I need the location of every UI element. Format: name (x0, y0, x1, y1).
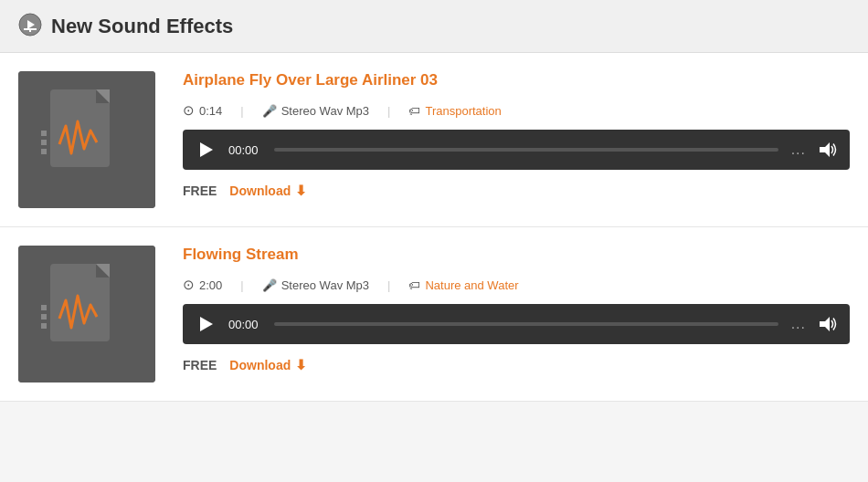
mic-icon: 🎤 (262, 104, 277, 118)
sound-item-2: Flowing Stream ⊙ 2:00 | 🎤 Stereo Wav Mp3… (0, 227, 868, 402)
more-button-1[interactable]: ... (788, 141, 810, 158)
audio-player-1: 00:00 ... (183, 130, 850, 170)
svg-marker-21 (820, 317, 830, 331)
download-label-2: Download (229, 358, 291, 372)
play-button-1[interactable] (194, 137, 219, 162)
tag-icon-2: 🏷 (408, 278, 420, 292)
svg-rect-17 (41, 305, 47, 310)
tag-item-2: 🏷 Nature and Water (408, 278, 518, 292)
format-item-1: 🎤 Stereo Wav Mp3 (262, 104, 369, 118)
meta-divider-2: | (387, 104, 390, 118)
download-icon-2: ⬇ (295, 357, 307, 373)
clock-icon-2: ⊙ (183, 277, 195, 293)
svg-rect-10 (41, 149, 47, 154)
progress-bar-2[interactable] (274, 322, 778, 326)
svg-marker-20 (200, 317, 213, 331)
download-label-1: Download (229, 183, 291, 198)
meta-divider: | (240, 104, 243, 118)
sound-meta-2: ⊙ 2:00 | 🎤 Stereo Wav Mp3 | 🏷 Nature and… (183, 277, 850, 293)
sound-info-2: Flowing Stream ⊙ 2:00 | 🎤 Stereo Wav Mp3… (183, 246, 850, 373)
svg-rect-8 (41, 131, 47, 136)
more-button-2[interactable]: ... (788, 316, 810, 332)
sound-info: Airplane Fly Over Large Airliner 03 ⊙ 0:… (183, 71, 850, 199)
play-button-2[interactable] (194, 311, 219, 337)
format-1: Stereo Wav Mp3 (281, 104, 369, 118)
download-section-1: FREE Download ⬇ (183, 183, 850, 199)
page-header: New Sound Effects (0, 0, 868, 53)
tag-link-1[interactable]: Transportation (425, 104, 501, 118)
download-button-2[interactable]: Download ⬇ (229, 357, 307, 373)
price-label-1: FREE (183, 183, 217, 198)
svg-rect-9 (41, 140, 47, 145)
volume-button-2[interactable] (819, 316, 839, 332)
download-section-2: FREE Download ⬇ (183, 357, 850, 373)
tag-item-1: 🏷 Transportation (408, 104, 501, 118)
clock-icon: ⊙ (183, 102, 195, 119)
sound-thumbnail (18, 71, 155, 208)
format-2: Stereo Wav Mp3 (281, 278, 369, 292)
header-icon (18, 13, 42, 39)
duration-item-2: ⊙ 2:00 (183, 277, 222, 293)
meta-divider-4: | (387, 278, 390, 292)
svg-marker-12 (820, 142, 830, 157)
sound-list: Airplane Fly Over Large Airliner 03 ⊙ 0:… (0, 53, 868, 402)
mic-icon-2: 🎤 (262, 278, 277, 292)
download-icon: ⬇ (295, 183, 307, 199)
audio-player-2: 00:00 ... (183, 304, 850, 344)
volume-button-1[interactable] (819, 141, 839, 158)
time-display-2: 00:00 (228, 318, 265, 331)
sound-title-1[interactable]: Airplane Fly Over Large Airliner 03 (183, 71, 850, 89)
meta-divider-3: | (240, 278, 243, 292)
sound-meta-1: ⊙ 0:14 | 🎤 Stereo Wav Mp3 | 🏷 Transporta… (183, 102, 850, 119)
format-item-2: 🎤 Stereo Wav Mp3 (262, 278, 369, 292)
page-title: New Sound Effects (51, 15, 233, 38)
sound-title-2[interactable]: Flowing Stream (183, 246, 850, 264)
tag-icon: 🏷 (408, 104, 420, 118)
duration-1: 0:14 (199, 104, 222, 118)
duration-2: 2:00 (199, 278, 222, 292)
svg-marker-11 (200, 142, 213, 157)
time-display-1: 00:00 (228, 143, 265, 157)
tag-link-2[interactable]: Nature and Water (425, 278, 518, 292)
sound-item: Airplane Fly Over Large Airliner 03 ⊙ 0:… (0, 53, 868, 227)
sound-thumbnail-2 (18, 246, 155, 382)
price-label-2: FREE (183, 358, 217, 372)
svg-rect-19 (41, 323, 47, 329)
progress-bar-1[interactable] (274, 148, 778, 152)
download-button-1[interactable]: Download ⬇ (229, 183, 307, 199)
svg-rect-18 (41, 314, 47, 320)
duration-item-1: ⊙ 0:14 (183, 102, 222, 119)
